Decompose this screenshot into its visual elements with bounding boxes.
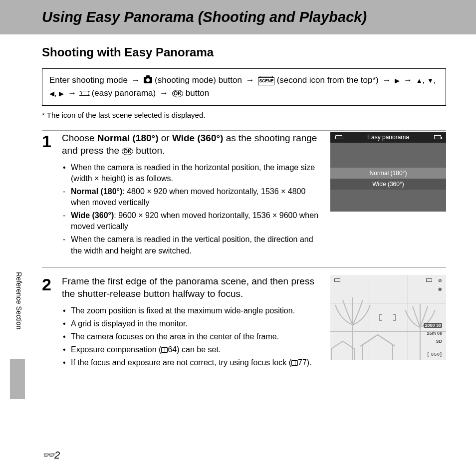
triangle-left-icon: ◀ xyxy=(49,90,54,97)
arrow-icon xyxy=(158,88,170,98)
list-item: A grid is displayed in the monitor. xyxy=(62,318,321,329)
nav-text: Enter shooting mode xyxy=(49,75,130,85)
scene-icon: SCENE xyxy=(258,77,274,85)
spectacles-icon: 👓 xyxy=(42,450,54,461)
camera-menu-preview: Easy panorama Normal (180°) Wide (360°) xyxy=(330,132,446,212)
arrow-icon xyxy=(244,75,256,85)
nav-text: (easy panorama) xyxy=(92,88,158,98)
hud-battery-icon xyxy=(426,278,432,283)
ok-button-icon: OK xyxy=(122,148,133,155)
step-heading: Frame the first edge of the panorama sce… xyxy=(62,275,321,300)
camera-viewfinder-preview: ⊘ ❀ 1080 30 25m 0s SD [ 850] xyxy=(330,275,446,360)
nav-text: button xyxy=(186,88,209,98)
panorama-icon xyxy=(80,91,89,96)
navigation-path-box: Enter shooting mode (shooting mode) butt… xyxy=(42,68,446,106)
section-tab-label: Reference Section xyxy=(15,272,23,329)
list-item: Wide (360°): 9600 × 920 when moved horiz… xyxy=(62,210,321,232)
nav-text: (shooting mode) button xyxy=(155,75,244,85)
camera-icon xyxy=(144,77,152,83)
list-item: Normal (180°): 4800 × 920 when moved hor… xyxy=(62,186,321,208)
step-1: 1 Choose Normal (180°) or Wide (360°) as… xyxy=(42,132,446,258)
list-item: The camera focuses on the area in the ce… xyxy=(62,331,321,342)
focus-bracket-icon xyxy=(393,314,396,321)
arrow-icon xyxy=(381,75,392,85)
triangle-right-icon: ▶ xyxy=(59,90,64,97)
steps-list: 1 Choose Normal (180°) or Wide (360°) as… xyxy=(42,130,446,371)
title-banner: Using Easy Panorama (Shooting and Playba… xyxy=(0,0,476,34)
section-title: Shooting with Easy Panorama xyxy=(42,45,476,59)
page-title: Using Easy Panorama (Shooting and Playba… xyxy=(42,9,476,25)
list-item: When the camera is readied in the horizo… xyxy=(62,162,321,184)
menu-option-wide: Wide (360°) xyxy=(330,179,446,190)
triangle-right-icon: ▶ xyxy=(395,77,400,84)
hud-rec-time: 25m 0s xyxy=(427,331,442,336)
hud-resolution: 1080 30 xyxy=(424,323,442,328)
menu-title: Easy panorama xyxy=(367,134,409,141)
list-item: If the focus and exposure are not correc… xyxy=(62,357,321,368)
hud-macro-icon: ❀ xyxy=(438,287,442,292)
step-heading: Choose Normal (180°) or Wide (360°) as t… xyxy=(62,132,321,157)
arrow-icon xyxy=(402,75,414,85)
focus-bracket-icon xyxy=(379,314,382,321)
book-icon xyxy=(161,347,168,353)
step-number: 1 xyxy=(42,132,62,258)
footnote-text: The icon of the last scene selected is d… xyxy=(42,111,446,119)
hut-illustration xyxy=(360,332,395,360)
menu-option-normal: Normal (180°) xyxy=(330,168,446,179)
panorama-icon xyxy=(335,135,342,139)
hut-illustration xyxy=(330,340,355,360)
list-item: Exposure compensation (64) can be set. xyxy=(62,344,321,355)
arrow-icon xyxy=(66,88,78,98)
list-item: The zoom position is fixed at the maximu… xyxy=(62,305,321,316)
book-icon xyxy=(291,360,298,366)
hud-sd-icon: SD xyxy=(436,339,442,344)
battery-icon xyxy=(434,135,441,139)
hud-shots-remaining: [ 850] xyxy=(427,352,442,357)
step-2: 2 Frame the first edge of the panorama s… xyxy=(42,267,446,371)
list-item: When the camera is readied in the vertic… xyxy=(62,234,321,256)
step-number: 2 xyxy=(42,275,62,371)
arrow-icon xyxy=(130,75,142,85)
page-number: 👓2 xyxy=(42,449,60,461)
hud-mode-icon xyxy=(334,278,340,283)
section-tab-marker xyxy=(10,359,25,399)
nav-text: (second icon from the top*) xyxy=(277,75,381,85)
triangle-up-icon: ▲ xyxy=(416,77,423,84)
triangle-down-icon: ▼ xyxy=(427,77,434,84)
ok-button-icon: OK xyxy=(172,90,184,97)
hud-flash-icon: ⊘ xyxy=(438,278,442,283)
